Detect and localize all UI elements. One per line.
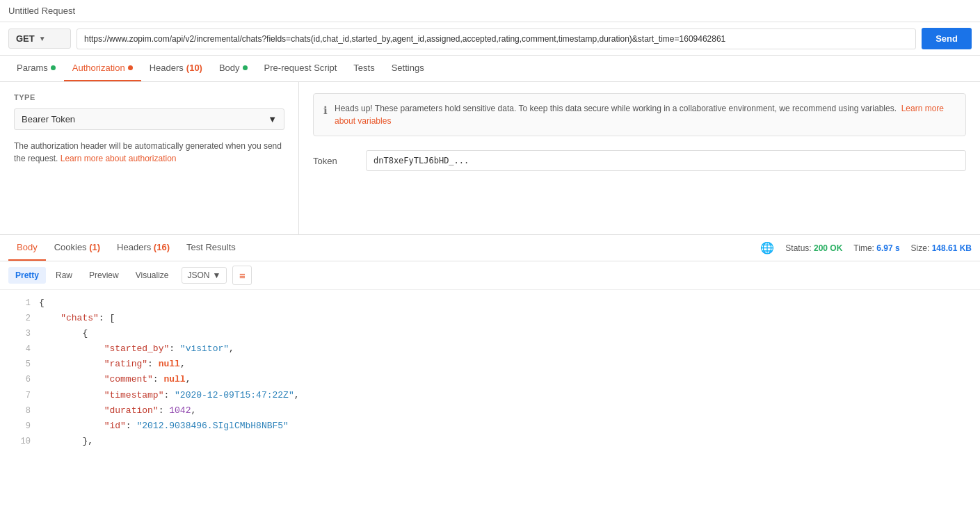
response-time: 6.97 s — [876, 243, 899, 253]
response-section: Body Cookies (1) Headers (16) Test Resul… — [0, 235, 980, 496]
json-line: 7 "timestamp": "2020-12-09T15:47:22Z", — [0, 388, 980, 403]
json-line: 5 "rating": null, — [0, 357, 980, 372]
auth-type-value: Bearer Token — [22, 114, 75, 124]
json-line: 9 "id": "2012.9038496.SIglCMbH8NBF5" — [0, 419, 980, 434]
title-bar: Untitled Request — [0, 0, 980, 22]
tab-pre-request[interactable]: Pre-request Script — [256, 56, 346, 81]
json-line: 6 "comment": null, — [0, 372, 980, 387]
auth-type-label: TYPE — [14, 93, 284, 102]
authorization-dot — [128, 65, 133, 70]
warning-box: ℹ Heads up! These parameters hold sensit… — [313, 93, 966, 136]
method-select[interactable]: GET ▼ — [8, 29, 71, 49]
send-button[interactable]: Send — [922, 28, 972, 49]
url-bar: GET ▼ Send — [0, 22, 980, 56]
json-line: 2 "chats": [ — [0, 311, 980, 326]
response-status: 🌐 Status: 200 OK Time: 6.97 s Size: 148.… — [760, 241, 972, 254]
auth-type-select[interactable]: Bearer Token ▼ — [14, 108, 284, 130]
tab-body[interactable]: Body — [211, 56, 256, 81]
fmt-preview[interactable]: Preview — [82, 267, 126, 284]
auth-right: ℹ Heads up! These parameters hold sensit… — [299, 82, 980, 234]
response-tabs-bar: Body Cookies (1) Headers (16) Test Resul… — [0, 235, 980, 261]
request-tabs: Params Authorization Headers (10) Body P… — [0, 56, 980, 82]
fmt-pretty[interactable]: Pretty — [8, 267, 46, 284]
tab-tests[interactable]: Tests — [345, 56, 383, 81]
json-line: 8 "duration": 1042, — [0, 403, 980, 419]
json-line: 1 { — [0, 295, 980, 311]
res-tab-body[interactable]: Body — [8, 235, 46, 261]
fmt-visualize[interactable]: Visualize — [129, 267, 176, 284]
chevron-down-icon: ▼ — [39, 35, 46, 42]
json-line: 3 { — [0, 326, 980, 341]
tab-settings[interactable]: Settings — [383, 56, 433, 81]
tab-authorization[interactable]: Authorization — [64, 56, 141, 81]
format-bar: Pretty Raw Preview Visualize JSON ▼ ≡ — [0, 261, 980, 290]
request-title: Untitled Request — [8, 6, 75, 16]
fmt-raw[interactable]: Raw — [49, 267, 79, 284]
auth-left: TYPE Bearer Token ▼ The authorization he… — [0, 82, 299, 234]
token-row: Token — [313, 150, 966, 171]
res-tab-cookies[interactable]: Cookies (1) — [46, 235, 109, 261]
params-dot — [51, 65, 56, 70]
auth-note: The authorization header will be automat… — [14, 140, 284, 165]
json-viewer[interactable]: 1 { 2 "chats": [ 3 { 4 "started_by": "vi… — [0, 290, 980, 496]
tab-headers[interactable]: Headers (10) — [141, 56, 211, 81]
wrap-button[interactable]: ≡ — [232, 266, 252, 285]
warning-icon: ℹ — [323, 103, 328, 127]
format-select[interactable]: JSON ▼ — [182, 267, 227, 284]
response-size: 148.61 KB — [932, 243, 972, 253]
warning-text: Heads up! These parameters hold sensitiv… — [335, 104, 897, 113]
chevron-down-icon: ▼ — [213, 270, 221, 280]
status-code: 200 OK — [814, 243, 842, 253]
json-line: 4 "started_by": "visitor", — [0, 341, 980, 357]
json-line: 10 }, — [0, 434, 980, 449]
globe-icon: 🌐 — [760, 241, 774, 254]
token-label: Token — [313, 156, 355, 166]
tab-params[interactable]: Params — [8, 56, 64, 81]
auth-panel: TYPE Bearer Token ▼ The authorization he… — [0, 82, 980, 235]
token-input[interactable] — [366, 150, 966, 171]
body-dot — [243, 65, 248, 70]
learn-more-link[interactable]: Learn more about authorization — [61, 154, 177, 163]
chevron-down-icon: ▼ — [268, 114, 277, 124]
method-label: GET — [16, 33, 35, 44]
res-tab-headers[interactable]: Headers (16) — [109, 235, 178, 261]
url-input[interactable] — [77, 29, 916, 49]
res-tab-test-results[interactable]: Test Results — [178, 235, 244, 261]
